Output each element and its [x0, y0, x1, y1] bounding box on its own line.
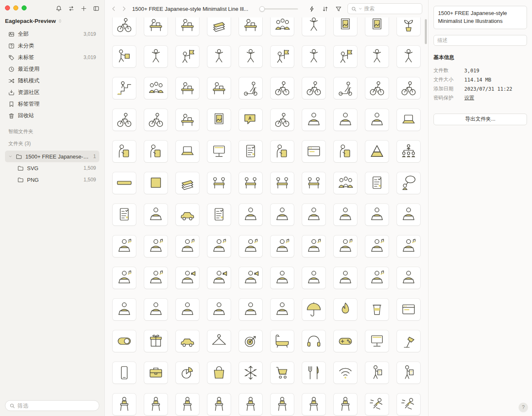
- grid-item[interactable]: [239, 77, 262, 99]
- sidebar-item-trash[interactable]: 回收站: [5, 110, 99, 121]
- grid-item[interactable]: [239, 267, 262, 289]
- grid-item[interactable]: [144, 109, 167, 131]
- grid-item[interactable]: [271, 267, 294, 289]
- grid-item[interactable]: [176, 17, 199, 36]
- grid-item[interactable]: [207, 17, 231, 36]
- grid-item[interactable]: [365, 362, 389, 384]
- grid-item[interactable]: [397, 141, 420, 162]
- slider-knob[interactable]: [259, 6, 265, 12]
- grid-item[interactable]: [365, 172, 389, 194]
- grid-item[interactable]: [239, 141, 262, 162]
- sidebar-item-uncategorized[interactable]: 未分类: [5, 40, 99, 52]
- grid-item[interactable]: [271, 362, 294, 384]
- grid-item[interactable]: [365, 46, 389, 67]
- grid-item[interactable]: [207, 267, 231, 289]
- grid-item[interactable]: [334, 77, 357, 99]
- folder-item-png[interactable]: PNG 1,509: [5, 174, 99, 186]
- grid-item[interactable]: [334, 141, 357, 162]
- grid-item[interactable]: [397, 204, 420, 225]
- grid-item[interactable]: [239, 394, 262, 415]
- grid-item[interactable]: [365, 330, 389, 352]
- grid-item[interactable]: [271, 46, 294, 67]
- grid-item[interactable]: [302, 330, 325, 352]
- sidebar-item-recent[interactable]: 最近使用: [5, 63, 99, 75]
- scrollbar-handle[interactable]: [425, 19, 427, 44]
- grid-item[interactable]: [365, 394, 389, 415]
- grid-item[interactable]: [239, 46, 262, 67]
- grid-item[interactable]: [144, 299, 167, 320]
- bell-icon[interactable]: [56, 5, 62, 12]
- grid-item[interactable]: [239, 109, 262, 131]
- grid-item[interactable]: [239, 172, 262, 194]
- grid-item[interactable]: [176, 394, 199, 415]
- grid-item[interactable]: [365, 17, 389, 36]
- sort-icon[interactable]: [322, 6, 328, 12]
- grid-item[interactable]: [207, 77, 231, 99]
- sidebar-item-all[interactable]: 全部3,019: [5, 28, 99, 40]
- grid-item[interactable]: [207, 109, 231, 131]
- grid-item[interactable]: [397, 235, 420, 257]
- grid-item[interactable]: [334, 17, 357, 36]
- grid-item[interactable]: [271, 141, 294, 162]
- grid-item[interactable]: [144, 46, 167, 67]
- grid-item[interactable]: [302, 267, 325, 289]
- folder-item-svg[interactable]: SVG 1,509: [5, 162, 99, 174]
- grid-item[interactable]: [334, 330, 357, 352]
- grid-item[interactable]: [334, 204, 357, 225]
- grid-item[interactable]: [271, 299, 294, 320]
- grid-item[interactable]: [302, 235, 325, 257]
- grid-item[interactable]: [271, 204, 294, 225]
- grid-item[interactable]: [365, 267, 389, 289]
- close-button[interactable]: [5, 5, 10, 10]
- grid-item[interactable]: [365, 77, 389, 99]
- lightning-icon[interactable]: [309, 6, 315, 12]
- filter-funnel-icon[interactable]: [335, 6, 342, 12]
- grid-item[interactable]: [144, 362, 167, 384]
- grid-item[interactable]: [144, 204, 167, 225]
- grid-item[interactable]: [365, 235, 389, 257]
- chevron-down-icon[interactable]: [358, 7, 362, 11]
- grid-item[interactable]: [239, 330, 262, 352]
- grid-item[interactable]: [113, 330, 136, 352]
- grid-item[interactable]: [113, 299, 136, 320]
- grid-item[interactable]: [302, 141, 325, 162]
- grid-item[interactable]: [302, 394, 325, 415]
- transfer-icon[interactable]: [68, 5, 74, 12]
- grid-item[interactable]: [144, 235, 167, 257]
- grid-item[interactable]: [271, 330, 294, 352]
- grid-item[interactable]: [397, 267, 420, 289]
- grid-item[interactable]: [302, 46, 325, 67]
- grid-item[interactable]: [334, 109, 357, 131]
- grid-item[interactable]: [207, 330, 231, 352]
- grid-item[interactable]: [239, 362, 262, 384]
- grid-item[interactable]: [397, 330, 420, 352]
- grid-item[interactable]: [239, 235, 262, 257]
- sidebar-item-community[interactable]: 资源社区: [5, 87, 99, 98]
- grid-item[interactable]: [144, 330, 167, 352]
- sidebar-item-tags[interactable]: 标签管理: [5, 98, 99, 110]
- grid-item[interactable]: [176, 204, 199, 225]
- grid-item[interactable]: [113, 362, 136, 384]
- grid-item[interactable]: [144, 172, 167, 194]
- grid-item[interactable]: [207, 362, 231, 384]
- grid-item[interactable]: [207, 172, 231, 194]
- grid-item[interactable]: [207, 204, 231, 225]
- grid-item[interactable]: [302, 17, 325, 36]
- grid-item[interactable]: [271, 77, 294, 99]
- grid-item[interactable]: [365, 141, 389, 162]
- grid-item[interactable]: [334, 172, 357, 194]
- grid-item[interactable]: [334, 394, 357, 415]
- grid-item[interactable]: [176, 267, 199, 289]
- grid-item[interactable]: [365, 204, 389, 225]
- grid-item[interactable]: [271, 394, 294, 415]
- zoom-button[interactable]: [22, 5, 27, 10]
- grid-item[interactable]: [239, 299, 262, 320]
- grid-item[interactable]: [144, 267, 167, 289]
- grid-item[interactable]: [113, 46, 136, 67]
- grid-item[interactable]: [113, 235, 136, 257]
- grid-item[interactable]: [113, 394, 136, 415]
- password-settings-link[interactable]: 设置: [464, 94, 474, 102]
- grid-item[interactable]: [334, 299, 357, 320]
- grid-item[interactable]: [113, 141, 136, 162]
- description-field[interactable]: [433, 35, 527, 46]
